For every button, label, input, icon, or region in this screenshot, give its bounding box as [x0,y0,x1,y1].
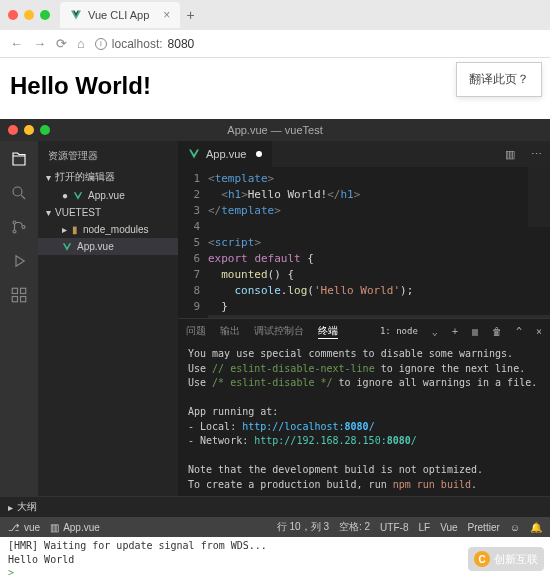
minimize-window-icon[interactable] [24,10,34,20]
svg-point-2 [13,230,16,233]
notifications-icon[interactable]: 🔔 [530,522,542,533]
activity-bar [0,141,38,496]
status-cursor[interactable]: 行 10，列 3 [277,520,329,534]
search-icon[interactable] [9,183,29,203]
file-item[interactable]: App.vue [38,238,178,255]
console-line: Hello World [8,553,542,567]
reload-icon[interactable]: ⟳ [56,36,67,51]
chevron-down-icon: ▾ [46,207,51,218]
editor-tab[interactable]: App.vue [178,141,273,167]
editor-tabs: App.vue ▥ ⋯ [178,141,550,167]
source-control-icon[interactable] [9,217,29,237]
open-editor-item[interactable]: ● App.vue [38,187,178,204]
folder-item[interactable]: ▸ ▮ node_modules [38,221,178,238]
status-lang[interactable]: Vue [440,522,457,533]
chevron-down-icon: ▾ [46,172,51,183]
panel-tab-debug[interactable]: 调试控制台 [254,324,304,338]
browser-window: Vue CLI App × + ← → ⟳ ⌂ i localhost:8080… [0,0,550,114]
project-section[interactable]: ▾VUETEST [38,204,178,221]
folder-icon: ▮ [72,224,78,235]
vscode-window: App.vue — vueTest 资源管理器 ▾打开的编辑器 ● App.vu… [0,119,550,537]
svg-rect-5 [21,288,26,293]
panel-tab-terminal[interactable]: 终端 [318,324,338,339]
feedback-icon[interactable]: ☺ [510,522,520,533]
minimap[interactable] [528,167,550,227]
new-terminal-icon[interactable]: + [452,326,458,337]
maximize-panel-icon[interactable]: ^ [516,326,522,337]
sidebar-title: 资源管理器 [38,145,178,167]
browser-tab[interactable]: Vue CLI App × [60,2,180,28]
chevron-down-icon[interactable]: ⌄ [432,326,438,337]
extensions-icon[interactable] [9,285,29,305]
debug-icon[interactable] [9,251,29,271]
terminal-output[interactable]: You may use special comments to disable … [178,343,550,496]
url-host: localhost: [112,37,163,51]
new-tab-button[interactable]: + [186,7,194,23]
code-editor[interactable]: 1234567891011 <template> <h1>Hello World… [178,167,550,318]
panel-tab-output[interactable]: 输出 [220,324,240,338]
status-file[interactable]: ▥ App.vue [50,522,100,533]
panel-tabs: 问题 输出 调试控制台 终端 1: node ⌄ + ▥ 🗑 ^ × [178,319,550,343]
svg-point-3 [22,226,25,229]
status-prettier[interactable]: Prettier [468,522,500,533]
info-icon[interactable]: i [95,38,107,50]
code-lines[interactable]: <template> <h1>Hello World!</h1></templa… [208,171,550,318]
status-encoding[interactable]: UTF-8 [380,522,408,533]
dirty-indicator: ● [62,190,68,201]
page-content: Hello World! 翻译此页？ [0,58,550,114]
forward-icon[interactable]: → [33,36,46,51]
console-line: [HMR] Waiting for update signal from WDS… [8,539,542,553]
home-icon[interactable]: ⌂ [77,36,85,51]
explorer-sidebar: 资源管理器 ▾打开的编辑器 ● App.vue ▾VUETEST ▸ ▮ nod… [38,141,178,496]
minimize-window-icon[interactable] [24,125,34,135]
maximize-window-icon[interactable] [40,125,50,135]
svg-rect-4 [12,288,17,293]
split-terminal-icon[interactable]: ▥ [472,326,478,337]
svg-point-1 [13,221,16,224]
close-panel-icon[interactable]: × [536,326,542,337]
svg-point-0 [13,187,22,196]
trash-icon[interactable]: 🗑 [492,326,502,337]
bottom-panel: 问题 输出 调试控制台 终端 1: node ⌄ + ▥ 🗑 ^ × You m… [178,318,550,496]
maximize-window-icon[interactable] [40,10,50,20]
chevron-right-icon: ▸ [8,502,13,513]
modified-indicator [256,151,262,157]
close-window-icon[interactable] [8,10,18,20]
line-gutter: 1234567891011 [178,171,208,318]
close-window-icon[interactable] [8,125,18,135]
translate-prompt[interactable]: 翻译此页？ [456,62,542,97]
status-bar: ⎇ vue ▥ App.vue 行 10，列 3 空格: 2 UTF-8 LF … [0,517,550,537]
chevron-right-icon: ▸ [62,224,67,235]
outline-section[interactable]: ▸大纲 [0,496,550,517]
browser-tabstrip: Vue CLI App × + [0,0,550,30]
url-display[interactable]: i localhost:8080 [95,37,194,51]
vue-icon [62,242,72,252]
watermark: C创新互联 [468,547,544,571]
console-prompt: > [8,567,14,577]
terminal-selector[interactable]: 1: node [380,326,418,336]
vue-icon [188,148,200,160]
window-controls [8,10,50,20]
split-editor-icon[interactable]: ▥ [497,148,523,161]
open-editors-section[interactable]: ▾打开的编辑器 [38,167,178,187]
status-eol[interactable]: LF [418,522,430,533]
url-port: 8080 [168,37,195,51]
svg-rect-6 [12,297,17,302]
vscode-titlebar: App.vue — vueTest [0,119,550,141]
editor-area: App.vue ▥ ⋯ 1234567891011 <template> <h1… [178,141,550,496]
more-actions-icon[interactable]: ⋯ [523,148,550,161]
svg-rect-7 [21,297,26,302]
window-title: App.vue — vueTest [227,124,322,136]
close-tab-icon[interactable]: × [163,8,170,22]
back-icon[interactable]: ← [10,36,23,51]
window-controls [8,125,50,135]
explorer-icon[interactable] [9,149,29,169]
tab-title: Vue CLI App [88,9,149,21]
vue-icon [73,191,83,201]
status-branch[interactable]: ⎇ vue [8,522,40,533]
status-spaces[interactable]: 空格: 2 [339,520,370,534]
panel-tab-problems[interactable]: 问题 [186,324,206,338]
vue-icon [70,9,82,21]
address-bar: ← → ⟳ ⌂ i localhost:8080 [0,30,550,58]
